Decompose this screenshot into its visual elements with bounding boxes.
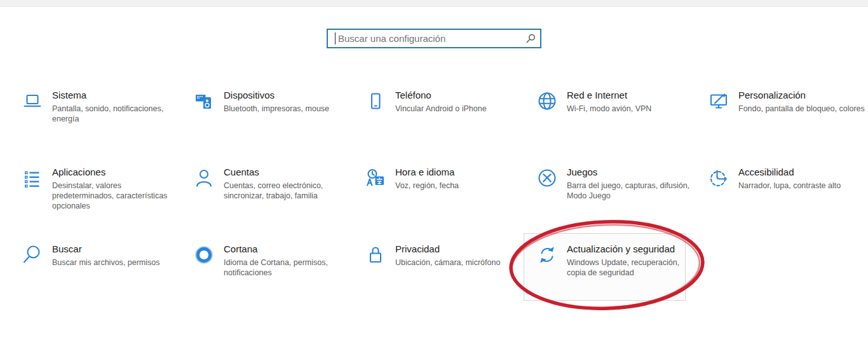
tile-title: Personalización: [738, 89, 868, 102]
tile-cuentas[interactable]: Cuentas Cuentas, correo electrónico, sin…: [194, 166, 365, 243]
tile-title: Privacidad: [395, 243, 526, 256]
tile-subtitle: Buscar mis archivos, permisos: [52, 257, 182, 268]
text-caret: [335, 32, 336, 44]
devices-icon: [194, 91, 214, 113]
tile-sistema[interactable]: Sistema Pantalla, sonido, notificaciones…: [22, 89, 194, 166]
tile-accesibilidad[interactable]: Accesibilidad Narrador, lupa, contraste …: [709, 166, 868, 243]
tile-subtitle: Wi-Fi, modo avión, VPN: [567, 104, 697, 114]
tile-subtitle: Cuentas, correo electrónico, sincronizar…: [224, 181, 354, 201]
tile-cortana[interactable]: Cortana Idioma de Cortana, permisos, not…: [194, 243, 365, 320]
tile-privacidad[interactable]: Privacidad Ubicación, cámara, micrófono: [365, 243, 537, 320]
time-language-icon: [365, 168, 386, 189]
settings-category-grid: Sistema Pantalla, sonido, notificaciones…: [22, 89, 868, 320]
tile-subtitle: Fondo, pantalla de bloqueo, colores: [738, 104, 868, 114]
globe-icon: [537, 91, 557, 113]
tile-subtitle: Windows Update, recuperación, copia de s…: [567, 257, 697, 278]
tile-title: Sistema: [52, 89, 182, 102]
tile-subtitle: Barra del juego, capturas, difusión, Mod…: [567, 181, 697, 201]
laptop-icon: [22, 91, 43, 113]
tile-personalizacion[interactable]: Personalización Fondo, pantalla de bloqu…: [709, 89, 868, 166]
tile-title: Teléfono: [395, 89, 526, 102]
tile-buscar[interactable]: Buscar Buscar mis archivos, permisos: [22, 243, 194, 320]
tile-hora-e-idioma[interactable]: Hora e idioma Voz, región, fecha: [365, 166, 537, 243]
tile-title: Juegos: [567, 166, 697, 179]
magnifier-icon: [22, 245, 43, 266]
tile-subtitle: Vincular Android o iPhone: [395, 104, 526, 114]
tile-actualizacion-y-seguridad[interactable]: Actualización y seguridad Windows Update…: [537, 243, 709, 320]
person-icon: [194, 168, 214, 189]
tile-telefono[interactable]: Teléfono Vincular Android o iPhone: [365, 89, 537, 166]
tile-juegos[interactable]: Juegos Barra del juego, capturas, difusi…: [537, 166, 709, 243]
tile-title: Red e Internet: [567, 89, 697, 102]
tile-title: Buscar: [52, 243, 182, 256]
sync-icon: [537, 245, 557, 266]
tile-title: Cortana: [224, 243, 354, 256]
apps-list-icon: [22, 168, 43, 189]
ease-of-access-icon: [709, 168, 729, 189]
tile-title: Hora e idioma: [395, 166, 526, 179]
cortana-ring-icon: [194, 245, 214, 266]
tile-title: Aplicaciones: [52, 166, 182, 179]
phone-icon: [365, 91, 386, 113]
tile-dispositivos[interactable]: Dispositivos Bluetooth, impresoras, mous…: [194, 89, 365, 166]
settings-home-page: Sistema Pantalla, sonido, notificaciones…: [0, 0, 868, 349]
tile-subtitle: Idioma de Cortana, permisos, notificacio…: [224, 257, 354, 278]
tile-subtitle: Pantalla, sonido, notificaciones, energí…: [52, 104, 182, 124]
tile-subtitle: Voz, región, fecha: [395, 181, 526, 191]
tile-subtitle: Desinstalar, valores predeterminados, ca…: [52, 181, 182, 211]
tile-title: Dispositivos: [224, 89, 354, 102]
search-input[interactable]: [327, 29, 541, 48]
personalization-icon: [709, 91, 729, 113]
tile-red-e-internet[interactable]: Red e Internet Wi-Fi, modo avión, VPN: [537, 89, 709, 166]
tile-subtitle: Bluetooth, impresoras, mouse: [224, 104, 354, 114]
tile-subtitle: Ubicación, cámara, micrófono: [395, 257, 526, 268]
xbox-icon: [537, 168, 557, 189]
tile-aplicaciones[interactable]: Aplicaciones Desinstalar, valores predet…: [22, 166, 194, 243]
window-top-strip: [0, 0, 868, 7]
tile-title: Accesibilidad: [738, 166, 868, 179]
tile-title: Cuentas: [224, 166, 354, 179]
settings-search-box: [327, 29, 541, 48]
tile-subtitle: Narrador, lupa, contraste alto: [738, 181, 868, 191]
search-icon[interactable]: [526, 34, 536, 43]
tile-title: Actualización y seguridad: [567, 243, 697, 256]
lock-icon: [365, 245, 386, 266]
